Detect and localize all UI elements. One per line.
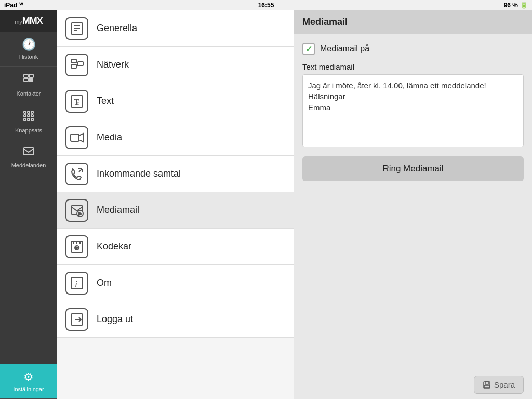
svg-text:i: i: [75, 279, 77, 289]
clock-icon: 🕐: [22, 38, 36, 51]
svg-text:t: t: [77, 100, 79, 106]
sidebar-item-knappsats[interactable]: Knappsats: [0, 103, 57, 140]
menu-item-media[interactable]: Media: [57, 119, 294, 156]
svg-rect-46: [484, 382, 490, 388]
text-field-label: Text mediamail: [302, 62, 524, 71]
sidebar-label-kontakter: Kontakter: [16, 90, 41, 97]
om-icon: i: [65, 272, 88, 295]
gear-icon: ⚙: [23, 370, 34, 384]
right-panel: Mediamail ✓ Mediamail på Text mediamail …: [294, 10, 532, 399]
svg-rect-6: [24, 111, 26, 113]
svg-rect-0: [24, 74, 28, 77]
menu-label-text: Text: [97, 96, 114, 107]
generella-icon: [65, 17, 88, 40]
menu-label-generella: Generella: [97, 23, 137, 34]
panel-header: Mediamail: [294, 10, 532, 34]
menu-label-mediamail: Mediamail: [97, 205, 139, 216]
menu-label-inkommande: Inkommande samtal: [97, 168, 181, 179]
menu-label-media: Media: [97, 132, 122, 143]
menu-list: Generella Nätverk T t: [57, 10, 294, 399]
messages-icon: [22, 147, 35, 160]
svg-marker-29: [79, 134, 83, 142]
svg-marker-41: [76, 247, 78, 249]
menu-item-logga-ut[interactable]: Logga ut: [57, 301, 294, 338]
mediamail-checkbox[interactable]: ✓: [302, 43, 315, 55]
svg-rect-13: [28, 118, 30, 121]
ring-mediamail-button[interactable]: Ring Mediamail: [302, 156, 524, 181]
menu-item-om[interactable]: i Om: [57, 265, 294, 301]
svg-rect-21: [71, 64, 76, 68]
panel-title: Mediamail: [302, 17, 348, 27]
svg-rect-20: [71, 59, 76, 63]
svg-rect-47: [485, 382, 488, 384]
natverk-icon: [65, 54, 88, 76]
menu-item-mediamail[interactable]: Mediamail: [57, 192, 294, 229]
keypad-icon: [22, 110, 35, 125]
media-icon: [65, 126, 88, 149]
panel-content: ✓ Mediamail på Text mediamail Jag är i m…: [294, 34, 532, 370]
menu-item-natverk[interactable]: Nätverk: [57, 47, 294, 83]
svg-rect-11: [31, 115, 33, 117]
spara-button[interactable]: Spara: [474, 376, 524, 394]
save-icon: [483, 381, 491, 389]
logo-mmx: MMX: [22, 16, 43, 26]
sidebar-item-historik[interactable]: 🕐 Historik: [0, 32, 57, 66]
sidebar: myMMX 🕐 Historik Kontakter: [0, 10, 57, 399]
sidebar-item-meddelanden[interactable]: Meddelanden: [0, 140, 57, 175]
sidebar-label-historik: Historik: [19, 54, 38, 60]
svg-rect-8: [31, 111, 33, 113]
battery-label: 96 %: [504, 2, 518, 9]
svg-rect-7: [28, 111, 30, 113]
menu-label-om: Om: [97, 277, 112, 288]
status-time: 16:55: [258, 2, 274, 9]
sidebar-logo: myMMX: [0, 10, 57, 32]
sidebar-item-kontakter[interactable]: Kontakter: [0, 66, 57, 103]
menu-label-kodekar: Kodekar: [97, 241, 131, 252]
spara-label: Spara: [494, 380, 515, 389]
svg-rect-1: [24, 78, 28, 82]
ipad-label: iPad ᵂ: [4, 2, 23, 9]
menu-item-generella[interactable]: Generella: [57, 10, 294, 47]
contacts-icon: [22, 73, 35, 88]
status-right: 96 % 🔋: [504, 2, 528, 9]
svg-rect-10: [28, 115, 30, 117]
checkmark-icon: ✓: [305, 44, 312, 54]
svg-rect-14: [31, 118, 33, 121]
sidebar-label-installningar: Inställningar: [13, 386, 44, 392]
svg-line-23: [76, 61, 78, 63]
svg-rect-48: [484, 385, 489, 388]
svg-rect-28: [71, 134, 79, 141]
kodekar-icon: [65, 235, 88, 258]
menu-item-inkommande[interactable]: Inkommande samtal: [57, 156, 294, 192]
sidebar-item-installningar[interactable]: ⚙ Inställningar: [0, 364, 57, 399]
svg-rect-22: [78, 62, 83, 65]
menu-label-natverk: Nätverk: [97, 59, 129, 70]
svg-rect-15: [23, 148, 34, 155]
sidebar-label-meddelanden: Meddelanden: [11, 162, 46, 168]
svg-rect-12: [24, 118, 26, 121]
mediamail-text-area[interactable]: Jag är i möte, åter kl. 14.00, lämna ett…: [302, 74, 524, 147]
mediamail-icon: [65, 199, 88, 222]
menu-item-text[interactable]: T t Text: [57, 83, 294, 119]
svg-rect-9: [24, 115, 26, 117]
battery-icon: 🔋: [520, 2, 528, 9]
inkommande-icon: [65, 163, 88, 185]
status-left: iPad ᵂ: [4, 2, 23, 9]
menu-item-kodekar[interactable]: Kodekar: [57, 229, 294, 265]
menu-label-logga-ut: Logga ut: [97, 314, 133, 325]
mediamail-toggle-label: Mediamail på: [320, 44, 369, 54]
app-container: myMMX 🕐 Historik Kontakter: [0, 10, 532, 399]
panel-footer: Spara: [294, 370, 532, 399]
mediamail-toggle-row: ✓ Mediamail på: [302, 43, 524, 55]
logo-my: my: [15, 19, 22, 25]
sidebar-label-knappsats: Knappsats: [15, 127, 42, 134]
svg-rect-2: [29, 74, 33, 77]
logga-ut-icon: [65, 308, 88, 331]
status-bar: iPad ᵂ 16:55 96 % 🔋: [0, 0, 532, 10]
text-icon: T t: [65, 90, 88, 113]
